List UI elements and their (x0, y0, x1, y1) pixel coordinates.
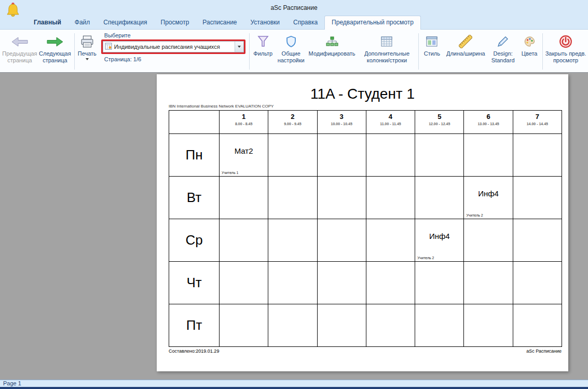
printer-icon (80, 33, 94, 50)
selector-icon (105, 43, 112, 51)
period-header: 310.00 - 10.45 (317, 111, 366, 134)
menu-item[interactable]: Спецификация (97, 16, 154, 29)
timetable-cell (317, 262, 366, 304)
org-chart-icon (326, 33, 338, 50)
window-header: aSc Расписание ГлавныйФайлСпецификацияПр… (0, 0, 588, 30)
menu-item[interactable]: Установки (244, 16, 286, 29)
ruler-icon (459, 33, 472, 50)
colors-label: Цвета (522, 50, 538, 57)
day-label: Чт (169, 262, 220, 304)
timetable-cell: Инф4Учитель 2 (464, 177, 513, 219)
toolbar-separator (249, 33, 250, 70)
design-button[interactable]: Design: Standard (488, 31, 518, 72)
next-page-button[interactable]: Следующая страница (37, 31, 73, 72)
colors-button[interactable]: Цвета (518, 31, 541, 72)
period-header: 18.00 - 8.45 (220, 111, 268, 134)
dimensions-button[interactable]: Длина/ширина (443, 31, 488, 72)
timetable-cell (464, 304, 513, 347)
timetable-cell (366, 304, 415, 347)
timetable-cell (366, 219, 415, 262)
lesson-teacher: Учитель 1 (222, 171, 238, 175)
titlebar: aSc Расписание (0, 0, 588, 16)
report-type-value: Индивидуальные расписания учащихся (114, 44, 220, 50)
menu-item[interactable]: Просмотр (154, 16, 196, 29)
day-label: Пн (169, 134, 220, 177)
day-label: Пт (169, 304, 220, 347)
style-button[interactable]: Стиль (420, 31, 443, 72)
period-header: 411.00 - 11.45 (366, 111, 415, 134)
table-grid-icon (380, 33, 393, 50)
previous-page-button[interactable]: Предыдущая страница (2, 31, 37, 72)
toolbar: Предыдущая страница Следующая страница П… (0, 30, 588, 73)
style-panes-icon (426, 33, 438, 50)
print-preview-page: 11A - Студент 1 IBN International Busine… (157, 74, 568, 371)
window-title: aSc Расписание (0, 4, 588, 11)
timetable-cell (317, 219, 366, 262)
toolbar-separator (542, 33, 543, 70)
report-type-select[interactable]: Индивидуальные расписания учащихся (103, 41, 244, 52)
preview-workspace: 11A - Студент 1 IBN International Busine… (0, 73, 588, 380)
timetable-cell (415, 304, 464, 347)
extra-columns-button[interactable]: Дополнительные колонки/строки (357, 31, 417, 72)
timetable-cell (415, 262, 464, 304)
menu-item[interactable]: Главный (27, 16, 68, 29)
menu-bar: ГлавныйФайлСпецификацияПросмотрРасписани… (0, 16, 588, 30)
app-bell-icon[interactable] (5, 2, 21, 21)
design-label: Design: Standard (488, 50, 518, 64)
filter-label: Фильтр (253, 50, 272, 57)
modify-label: Модифицировать (309, 50, 355, 57)
timetable-cell (415, 177, 464, 219)
timetable-cell (366, 177, 415, 219)
print-button[interactable]: Печать (76, 31, 98, 72)
timetable-cell (513, 134, 562, 177)
bottom-accent-strip (0, 387, 588, 389)
timetable-cell (513, 177, 562, 219)
timetable-cell (317, 304, 366, 347)
day-label: Вт (169, 177, 220, 219)
timetable-cell (220, 219, 268, 262)
timetable-title: 11A - Студент 1 (157, 86, 568, 102)
lesson-subject: Инф4 (415, 219, 463, 253)
generated-date: Составлено:2019.01.29 (169, 348, 219, 354)
style-label: Стиль (424, 50, 440, 57)
timetable-cell (513, 262, 562, 304)
close-preview-label: Закрыть предв. просмотр (544, 50, 587, 64)
lesson-subject: Мат2 (220, 134, 268, 168)
close-preview-button[interactable]: Закрыть предв. просмотр (544, 31, 587, 72)
palette-icon (523, 33, 536, 50)
general-settings-button[interactable]: Общие настройки (275, 31, 307, 72)
period-header: 714.00 - 14.45 (513, 111, 562, 134)
timetable-cell (220, 262, 268, 304)
menu-item[interactable]: Расписание (196, 16, 243, 29)
choose-label: Выберите (104, 32, 244, 38)
toolbar-separator (418, 33, 419, 70)
general-settings-label: Общие настройки (275, 50, 307, 64)
timetable-cell (268, 134, 317, 177)
timetable-cell (268, 304, 317, 347)
extra-columns-label: Дополнительные колонки/строки (357, 50, 417, 64)
menu-item[interactable]: Файл (68, 16, 97, 29)
timetable-cell (268, 177, 317, 219)
menu-item[interactable]: Справка (286, 16, 324, 29)
filter-button[interactable]: Фильтр (251, 31, 275, 72)
next-page-label: Следующая страница (37, 50, 73, 64)
lesson-subject: Инф4 (464, 177, 512, 210)
report-selector-group: Выберите Индивидуальные расписания учащи… (98, 31, 248, 72)
timetable-cell (366, 134, 415, 177)
timetable-cell: Инф4Учитель 2 (415, 219, 464, 262)
print-dropdown-caret[interactable] (86, 58, 89, 60)
previous-page-label: Предыдущая страница (2, 50, 37, 64)
timetable-cell (464, 262, 513, 304)
lesson-teacher: Учитель 2 (417, 256, 434, 260)
period-header: 613.00 - 13.45 (464, 111, 513, 134)
timetable-cell (513, 219, 562, 262)
corner-cell (169, 111, 220, 134)
period-header: 512.00 - 12.45 (415, 111, 464, 134)
page-counter: Страница: 1/6 (104, 56, 244, 62)
timetable-cell (464, 134, 513, 177)
timetable-cell (268, 262, 317, 304)
menu-item[interactable]: Предварительный просмотр (324, 16, 421, 30)
modify-button[interactable]: Модифицировать (307, 31, 357, 72)
dimensions-label: Длина/ширина (446, 50, 485, 57)
combo-dropdown-button[interactable] (235, 42, 243, 52)
